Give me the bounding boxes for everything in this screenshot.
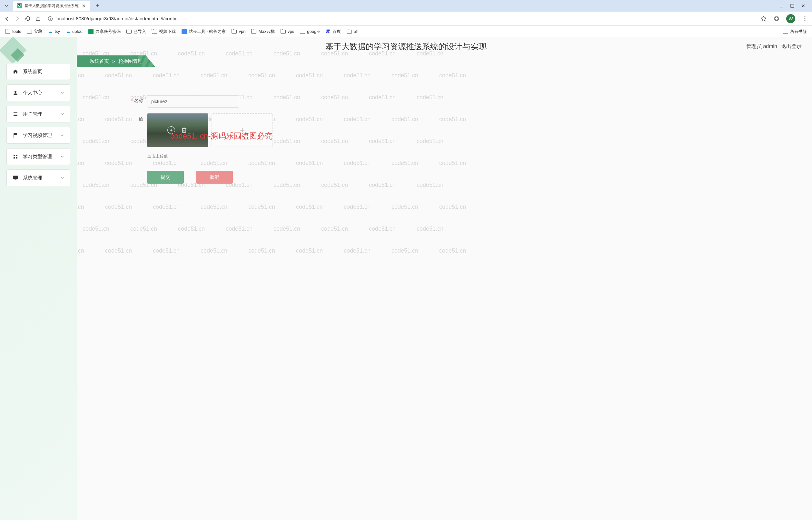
bookmark-label: 宝藏 <box>34 29 42 34</box>
bookmark-label: Max云梯 <box>258 29 275 34</box>
tab-title: 基于大数据的学习资源推送系统 <box>25 3 79 9</box>
uploaded-image-thumb[interactable]: + <box>147 113 208 147</box>
extensions-button[interactable] <box>773 16 780 22</box>
chevron-down-icon <box>60 155 64 158</box>
minimize-button[interactable] <box>779 3 784 8</box>
form-label-value: 值 <box>129 113 147 122</box>
breadcrumb-separator: > <box>112 59 115 64</box>
new-tab-button[interactable]: + <box>93 1 102 10</box>
sidebar-item[interactable]: 系统管理 <box>6 170 70 186</box>
bookmark-label: 百度 <box>333 29 341 34</box>
logout-link[interactable]: 退出登录 <box>781 43 802 50</box>
bookmark-label: aff <box>354 29 358 34</box>
bookmark-item[interactable]: tools <box>5 29 21 34</box>
bookmark-label: 视频下载 <box>159 29 176 34</box>
sidebar-nav: 系统首页个人中心用户管理学习视频管理学习类型管理系统管理 <box>6 63 70 191</box>
browser-menu-button[interactable] <box>802 16 808 22</box>
tab-close-button[interactable]: ✕ <box>81 3 87 8</box>
upload-hint: 点击上传值 <box>147 153 273 159</box>
bookmark-label: vpn <box>239 29 245 34</box>
bookmark-label: 共享账号密码 <box>95 29 121 34</box>
sidebar-item-label: 学习视频管理 <box>23 132 52 138</box>
maximize-button[interactable] <box>790 3 794 8</box>
close-window-button[interactable]: ✕ <box>801 3 806 8</box>
bookmark-bar: tools宝藏☁txy☁uplod共享账号密码已导入视频下载站长工具 - 站长之… <box>0 26 812 37</box>
form-area: *名称 值 + + 点击上传值 <box>129 95 273 184</box>
svg-point-5 <box>805 16 806 17</box>
sidebar-item[interactable]: 学习类型管理 <box>6 148 70 165</box>
bookmark-item[interactable]: ☁txy <box>48 29 60 34</box>
bookmark-item[interactable]: vpn <box>231 29 245 34</box>
person-icon <box>13 90 18 96</box>
sidebar-item[interactable]: 个人中心 <box>6 84 70 101</box>
profile-avatar[interactable]: W <box>786 14 795 23</box>
sidebar-item[interactable]: 系统首页 <box>6 63 70 80</box>
browser-tab[interactable]: 基于大数据的学习资源推送系统 ✕ <box>13 1 90 11</box>
bookmark-item[interactable]: 已导入 <box>126 29 146 34</box>
svg-rect-1 <box>791 4 794 7</box>
zoom-icon[interactable]: + <box>167 126 175 134</box>
cancel-button[interactable]: 取消 <box>196 171 233 184</box>
url-input[interactable] <box>55 16 757 21</box>
bookmark-item[interactable]: 共享账号密码 <box>88 29 121 34</box>
svg-rect-13 <box>16 155 18 156</box>
nav-home-button[interactable] <box>35 16 41 22</box>
svg-rect-12 <box>14 155 15 156</box>
bookmark-label: 已导入 <box>133 29 146 34</box>
bookmark-label: uplod <box>72 29 82 34</box>
url-bar[interactable] <box>45 16 757 21</box>
svg-rect-16 <box>13 176 18 179</box>
nav-bar: W <box>0 11 812 26</box>
breadcrumb: 系统首页 > 轮播图管理 <box>77 55 155 67</box>
bookmark-item[interactable]: 站长工具 - 站长之家 <box>181 29 226 34</box>
bookmark-item[interactable]: 视频下载 <box>152 29 176 34</box>
svg-rect-15 <box>16 157 18 158</box>
sidebar-item-label: 系统管理 <box>23 175 42 181</box>
tab-list-dropdown[interactable] <box>3 2 10 10</box>
bookmark-item[interactable]: vps <box>280 29 294 34</box>
bookmark-label: 所有书签 <box>790 29 807 34</box>
submit-button[interactable]: 提交 <box>147 171 184 184</box>
bookmark-star-button[interactable] <box>760 16 767 22</box>
grid-icon <box>13 154 18 159</box>
bookmark-label: txy <box>54 29 60 34</box>
name-input[interactable] <box>147 95 239 108</box>
site-info-icon[interactable] <box>48 16 53 21</box>
monitor-icon <box>13 175 18 181</box>
nav-forward-button[interactable] <box>14 16 21 22</box>
vue-favicon-icon <box>17 3 22 8</box>
trash-icon[interactable] <box>180 126 188 134</box>
upload-add-button[interactable]: + <box>212 113 273 147</box>
sidebar-item[interactable]: 学习视频管理 <box>6 127 70 144</box>
chevron-down-icon <box>60 91 64 95</box>
bookmark-item[interactable]: ☁uplod <box>66 29 82 34</box>
home-icon <box>13 69 18 74</box>
bookmark-item[interactable]: 度百度 <box>325 29 341 34</box>
bookmark-label: google <box>307 29 320 34</box>
nav-reload-button[interactable] <box>25 16 31 22</box>
svg-point-6 <box>805 18 806 19</box>
svg-rect-18 <box>182 129 186 132</box>
flag-icon <box>13 132 18 138</box>
app-header: 基于大数据的学习资源推送系统的设计与实现 管理员 admin 退出登录 <box>0 37 812 55</box>
bookmark-label: 站长工具 - 站长之家 <box>189 29 226 34</box>
sidebar-item-label: 用户管理 <box>23 111 42 117</box>
bookmark-item[interactable]: google <box>300 29 320 34</box>
sidebar-item-label: 个人中心 <box>23 90 42 96</box>
form-label-name: *名称 <box>129 95 147 104</box>
chevron-down-icon <box>60 133 64 137</box>
chevron-down-icon <box>60 112 64 116</box>
bookmark-item[interactable]: aff <box>347 29 358 34</box>
svg-rect-14 <box>14 157 15 158</box>
tab-bar: 基于大数据的学习资源推送系统 ✕ + ✕ <box>0 0 812 11</box>
bookmark-label: tools <box>12 29 21 34</box>
all-bookmarks-link[interactable]: 所有书签 <box>783 29 807 34</box>
sidebar-item[interactable]: 用户管理 <box>6 106 70 123</box>
admin-label[interactable]: 管理员 admin <box>746 43 777 50</box>
page-title: 基于大数据的学习资源推送系统的设计与实现 <box>325 41 487 52</box>
bookmark-item[interactable]: Max云梯 <box>251 29 275 34</box>
bookmark-item[interactable]: 宝藏 <box>27 29 42 34</box>
nav-back-button[interactable] <box>4 16 10 22</box>
bookmark-label: vps <box>288 29 294 34</box>
breadcrumb-home[interactable]: 系统首页 <box>90 58 109 64</box>
